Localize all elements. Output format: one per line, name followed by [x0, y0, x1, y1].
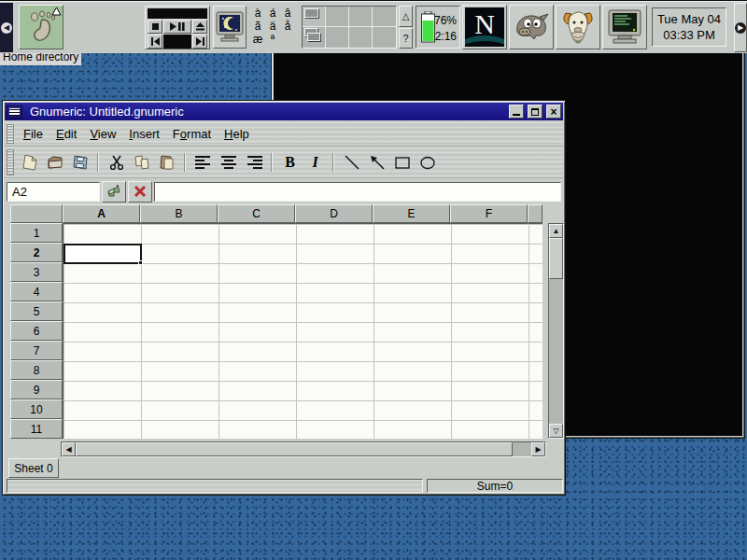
row-header-10[interactable]: 10 — [10, 399, 63, 419]
column-header-f[interactable]: F — [450, 204, 528, 223]
toolbar-grip[interactable] — [7, 149, 14, 175]
close-button[interactable]: × — [546, 105, 561, 119]
menu-edit[interactable]: Edit — [49, 123, 83, 145]
row-header-5[interactable]: 5 — [10, 301, 63, 321]
select-all-corner[interactable] — [10, 204, 63, 223]
screensaver-applet[interactable] — [213, 6, 247, 49]
selected-cell-a2[interactable] — [63, 244, 142, 264]
char-button[interactable]: å — [280, 20, 295, 33]
row-header-1[interactable]: 1 — [10, 223, 63, 243]
pager-window[interactable] — [304, 8, 318, 18]
minimize-button[interactable] — [509, 105, 524, 119]
column-header-d[interactable]: D — [295, 204, 373, 223]
scissors-icon — [107, 153, 126, 172]
row-header-11[interactable]: 11 — [10, 419, 63, 439]
column-header-c[interactable]: C — [218, 204, 295, 223]
formula-accept-button[interactable] — [102, 181, 126, 203]
play-pause-button[interactable] — [163, 20, 191, 34]
horizontal-scroll-thumb[interactable] — [76, 442, 513, 456]
char-button[interactable]: ã — [250, 20, 265, 33]
char-button[interactable]: ª — [265, 33, 280, 46]
new-file-button[interactable] — [17, 150, 42, 175]
workspace-3[interactable] — [349, 7, 373, 27]
menu-insert[interactable]: Insert — [122, 123, 166, 145]
char-button[interactable]: á — [265, 7, 280, 20]
italic-button[interactable]: I — [303, 150, 328, 175]
workspace-8[interactable] — [373, 27, 396, 48]
draw-line-button[interactable] — [339, 150, 364, 175]
terminal-launcher[interactable] — [602, 5, 647, 49]
clock-time: 03:33 PM — [655, 27, 724, 43]
pager-help-button[interactable]: ? — [399, 28, 413, 49]
draw-ellipse-button[interactable] — [415, 150, 440, 175]
panel-hide-right-button[interactable]: ▶ — [734, 3, 747, 52]
cell-grid[interactable] — [63, 223, 543, 439]
main-menu-button[interactable] — [19, 5, 63, 49]
column-header-a[interactable]: A — [63, 204, 140, 223]
scroll-left-icon[interactable]: ◀ — [62, 442, 76, 456]
column-header-b[interactable]: B — [140, 204, 218, 223]
cut-button[interactable] — [104, 150, 129, 175]
char-button[interactable]: à — [250, 7, 265, 20]
draw-arrow-button[interactable] — [364, 150, 389, 175]
row-header-8[interactable]: 8 — [10, 360, 63, 380]
fill-handle[interactable] — [138, 260, 143, 265]
menu-help[interactable]: Help — [218, 123, 256, 145]
save-button[interactable] — [67, 150, 92, 175]
workspace-4[interactable] — [373, 7, 396, 27]
formula-cancel-button[interactable] — [128, 181, 152, 203]
draw-rectangle-button[interactable] — [389, 150, 415, 175]
triangle-up-icon: △ — [402, 11, 410, 21]
bold-button[interactable]: B — [277, 150, 303, 175]
align-right-button[interactable] — [241, 150, 266, 175]
workspace-7[interactable] — [349, 27, 373, 48]
workspace-2[interactable] — [326, 7, 349, 27]
copy-button[interactable] — [129, 150, 154, 175]
workspace-6[interactable] — [326, 27, 349, 48]
eject-button[interactable] — [192, 20, 207, 34]
menubar-grip[interactable] — [7, 124, 14, 144]
scroll-right-icon[interactable]: ▶ — [531, 442, 545, 456]
sheet-tab[interactable]: Sheet 0 — [8, 458, 59, 478]
cell-reference-box[interactable]: A2 — [7, 182, 100, 202]
pager-window[interactable] — [307, 33, 320, 41]
menu-format[interactable]: Format — [166, 123, 218, 145]
next-track-button[interactable] — [192, 35, 207, 49]
char-button[interactable]: ä — [265, 20, 280, 33]
align-center-button[interactable] — [216, 150, 241, 175]
column-header-e[interactable]: E — [373, 204, 450, 223]
menu-file[interactable]: File — [17, 123, 49, 145]
copy-icon — [133, 153, 151, 172]
netscape-launcher[interactable]: N — [462, 5, 507, 49]
pager-raise-button[interactable]: △ — [399, 6, 413, 27]
workspace-5[interactable] — [303, 27, 326, 48]
maximize-button[interactable] — [528, 105, 543, 119]
stop-button[interactable] — [148, 20, 162, 34]
horizontal-scrollbar[interactable]: ◀ ▶ — [61, 441, 546, 457]
char-button[interactable]: æ — [250, 33, 265, 46]
vertical-scrollbar[interactable]: ▲ ▽ — [548, 223, 564, 439]
align-left-button[interactable] — [190, 150, 216, 175]
row-header-3[interactable]: 3 — [10, 262, 63, 282]
row-header-6[interactable]: 6 — [10, 321, 63, 341]
gnu-launcher[interactable] — [556, 5, 600, 49]
gimp-launcher[interactable] — [509, 5, 554, 49]
column-header-partial[interactable] — [528, 204, 543, 223]
scroll-up-icon[interactable]: ▲ — [549, 224, 563, 238]
paste-button[interactable] — [154, 150, 179, 175]
menu-view[interactable]: View — [83, 123, 122, 145]
open-file-button[interactable] — [42, 150, 67, 175]
vertical-scroll-thumb[interactable] — [549, 238, 563, 279]
char-button[interactable]: â — [280, 7, 295, 20]
workspace-1[interactable] — [303, 7, 326, 27]
row-header-7[interactable]: 7 — [10, 341, 63, 360]
row-header-4[interactable]: 4 — [10, 282, 63, 301]
formula-input[interactable] — [154, 182, 561, 202]
row-header-9[interactable]: 9 — [10, 380, 63, 399]
previous-track-button[interactable] — [148, 35, 162, 49]
gnumeric-titlebar[interactable]: Gnumeric: Untitled.gnumeric × — [5, 103, 563, 120]
panel-hide-left-button[interactable]: ◀ — [0, 3, 13, 52]
row-header-2[interactable]: 2 — [10, 243, 63, 262]
scroll-down-icon[interactable]: ▽ — [549, 424, 563, 438]
window-menu-icon[interactable] — [7, 105, 22, 119]
